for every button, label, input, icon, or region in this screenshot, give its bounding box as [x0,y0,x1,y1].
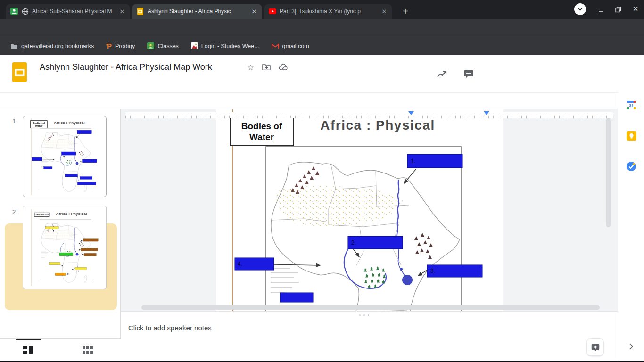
slide-editor-surface[interactable]: Bodies of Water Africa : Physical 1. 2. [216,109,503,311]
google-calendar-icon[interactable]: 31 [626,100,636,110]
move-folder-icon[interactable] [262,64,271,70]
comment-history-icon[interactable] [461,66,477,82]
youtube-icon [269,8,276,15]
google-keep-icon[interactable] [626,131,636,141]
slide-number: 2 [12,208,16,215]
tab-title: Africa: Sub-Saharan Physical M [32,8,115,15]
profile-avatar-icon [10,8,18,15]
bookmark-classes[interactable]: Classes [147,42,178,49]
bookmarks-bar: gatesvilleisd.org bookmarks Ƥ Prodigy Cl… [0,37,644,55]
tab-strip: Africa: Sub-Saharan Physical M ✕ Ashlynn… [0,0,644,19]
new-tab-button[interactable]: + [399,5,412,18]
google-tasks-icon[interactable] [626,161,636,172]
document-title[interactable]: Ashlynn Slaughter - Africa Physical Map … [40,62,212,72]
explore-button[interactable] [586,338,604,356]
label-box-5[interactable] [280,293,313,302]
bookmark-gmail[interactable]: gmail.com [272,43,309,49]
svg-text:Africa : Physical: Africa : Physical [54,121,85,125]
ruler-indent-marker[interactable] [484,111,489,115]
svg-text:Bodies of: Bodies of [33,121,45,124]
slide-thumbnail-2[interactable]: Landforms Africa : Physical [23,206,107,289]
collapse-panel-chevron-icon[interactable] [625,340,637,353]
label-box-3[interactable]: 3. [418,265,482,277]
browser-toolbar: ← → docs.google.com /presentation/d/15Lp… [0,19,644,37]
slide-heading[interactable]: Africa : Physical [320,118,435,132]
tab-close-icon[interactable]: ✕ [250,7,258,16]
view-toggle-bar [0,338,121,361]
star-document-icon[interactable]: ☆ [247,63,254,73]
bookmark-prodigy[interactable]: Ƥ Prodigy [106,42,135,50]
slide-filmstrip: 1 Bodies of Water Africa : Physical [0,109,121,338]
media-controls-button[interactable] [574,3,586,15]
bookmark-folder[interactable]: gatesvilleisd.org bookmarks [10,43,94,49]
vertical-scrollbar[interactable] [606,118,611,227]
speaker-notes-area[interactable]: Click to add speaker notes [121,311,618,361]
slide-2-thumb-art: Landforms Africa : Physical [27,209,102,286]
slide-number: 1 [12,118,16,125]
notes-resize-handle[interactable] [359,314,369,316]
side-panel: 31 [618,92,644,362]
horizontal-ruler [125,112,613,118]
svg-text:2.: 2. [351,239,356,246]
svg-text:4.: 4. [238,261,242,267]
tab-title: Ashlynn Slaughter - Africa Physic [148,8,247,15]
grid-view-button[interactable] [81,345,94,356]
slides-header: Ashlynn Slaughter - Africa Physical Map … [0,55,644,92]
prodigy-icon: Ƥ [106,42,112,50]
filmstrip-view-button[interactable] [22,345,35,356]
bookmark-studies-weekly[interactable]: Login - Studies Wee... [191,42,259,49]
tab-close-icon[interactable]: ✕ [118,7,126,16]
ruler-indent-marker[interactable] [408,111,414,115]
studies-weekly-icon [191,42,198,49]
google-slides-favicon [137,8,144,15]
window-restore-button[interactable] [614,5,622,14]
slide-1-thumb-art: Bodies of Water Africa : Physical [27,118,102,195]
speaker-notes-placeholder[interactable]: Click to add speaker notes [128,324,212,332]
svg-text:Africa : Physical: Africa : Physical [56,212,87,216]
slides-toolbar: + ▼ ↶ ↷ ▼ ▼ ▼ [0,92,618,109]
svg-text:Water: Water [249,132,274,142]
browser-window: Africa: Sub-Saharan Physical M ✕ Ashlynn… [0,0,644,362]
explore-sparkle-icon [590,342,601,353]
svg-text:Landforms: Landforms [34,213,49,216]
svg-text:3.: 3. [430,268,435,274]
cloud-saved-icon[interactable] [279,64,288,70]
svg-text:31: 31 [629,103,634,108]
folder-icon [10,43,18,49]
tab-slides-active[interactable]: Ashlynn Slaughter - Africa Physic ✕ [132,4,262,19]
window-minimize-button[interactable] [597,6,605,13]
tab-youtube[interactable]: Part 3|| Tsukishima X Y/n (lyric p ✕ [264,4,392,19]
slides-logo-icon[interactable] [12,62,27,84]
document-activity-icon[interactable] [434,66,450,82]
svg-text:1.: 1. [411,158,415,165]
slide-canvas-area: Bodies of Water Africa : Physical 1. 2. [121,109,618,311]
globe-icon [21,8,29,15]
tab-africa-subsaharan[interactable]: Africa: Sub-Saharan Physical M ✕ [6,4,130,19]
svg-text:Water: Water [35,124,43,127]
active-view-indicator [16,339,41,340]
window-close-button[interactable]: ✕ [631,5,640,13]
horizontal-scrollbar[interactable] [141,305,600,310]
title-text-box[interactable]: Bodies of Water [230,117,294,146]
svg-text:Bodies of: Bodies of [241,121,282,131]
tab-close-icon[interactable]: ✕ [380,7,388,16]
tab-title: Part 3|| Tsukishima X Y/n (lyric p [280,8,377,15]
slide-1-content: Bodies of Water Africa : Physical 1. 2. [216,109,503,311]
slide-thumbnail-1[interactable]: Bodies of Water Africa : Physical [23,116,107,197]
classes-icon [147,42,154,49]
gmail-icon [272,43,279,49]
